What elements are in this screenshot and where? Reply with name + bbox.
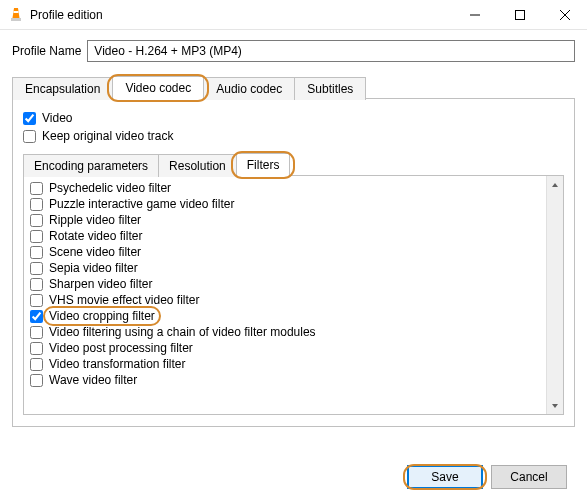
scrollbar[interactable] [546, 176, 563, 414]
close-button[interactable] [542, 0, 587, 30]
tab-video-codec[interactable]: Video codec [112, 76, 204, 99]
filter-label: Video transformation filter [49, 357, 186, 371]
filter-checkbox[interactable] [30, 182, 43, 195]
profile-name-input[interactable] [87, 40, 575, 62]
filter-item: Video filtering using a chain of video f… [30, 324, 540, 340]
keep-original-checkbox[interactable] [23, 130, 36, 143]
filter-item: Video transformation filter [30, 356, 540, 372]
save-button[interactable]: Save [407, 465, 483, 489]
filters-panel: Psychedelic video filterPuzzle interacti… [23, 175, 564, 415]
filter-label: Rotate video filter [49, 229, 142, 243]
maximize-button[interactable] [497, 0, 542, 30]
video-codec-panel: Video Keep original video track Encoding… [12, 98, 575, 427]
svg-rect-4 [515, 10, 524, 19]
app-icon [8, 7, 24, 23]
filter-label: Ripple video filter [49, 213, 141, 227]
main-tabs: Encapsulation Video codec Audio codec Su… [12, 76, 575, 99]
filter-checkbox[interactable] [30, 230, 43, 243]
filter-label: Video post processing filter [49, 341, 193, 355]
filter-item: Psychedelic video filter [30, 180, 540, 196]
video-checkbox[interactable] [23, 112, 36, 125]
filter-label: Scene video filter [49, 245, 141, 259]
filter-checkbox[interactable] [30, 358, 43, 371]
filter-item: Video post processing filter [30, 340, 540, 356]
video-checkbox-label: Video [42, 111, 72, 125]
sub-tabs: Encoding parameters Resolution Filters [23, 153, 564, 176]
filter-label: Psychedelic video filter [49, 181, 171, 195]
filter-checkbox[interactable] [30, 246, 43, 259]
filter-label: VHS movie effect video filter [49, 293, 200, 307]
filter-label: Puzzle interactive game video filter [49, 197, 234, 211]
filter-checkbox[interactable] [30, 278, 43, 291]
cancel-button[interactable]: Cancel [491, 465, 567, 489]
filter-label: Sepia video filter [49, 261, 138, 275]
filter-item: Sepia video filter [30, 260, 540, 276]
filter-item: Scene video filter [30, 244, 540, 260]
filter-checkbox[interactable] [30, 374, 43, 387]
filter-label: Video cropping filter [49, 309, 155, 323]
filter-checkbox[interactable] [30, 342, 43, 355]
filter-item: Ripple video filter [30, 212, 540, 228]
subtab-filters[interactable]: Filters [236, 153, 291, 176]
filter-checkbox[interactable] [30, 326, 43, 339]
filter-checkbox[interactable] [30, 198, 43, 211]
scroll-down-icon[interactable] [547, 397, 563, 414]
filter-item: Wave video filter [30, 372, 540, 388]
filter-label: Wave video filter [49, 373, 137, 387]
filter-checkbox[interactable] [30, 294, 43, 307]
minimize-button[interactable] [452, 0, 497, 30]
subtab-resolution[interactable]: Resolution [158, 154, 237, 177]
filter-checkbox[interactable] [30, 310, 43, 323]
filter-label: Video filtering using a chain of video f… [49, 325, 316, 339]
filter-list: Psychedelic video filterPuzzle interacti… [24, 176, 546, 414]
filter-label: Sharpen video filter [49, 277, 152, 291]
filter-item: VHS movie effect video filter [30, 292, 540, 308]
tab-subtitles[interactable]: Subtitles [294, 77, 366, 100]
svg-marker-8 [552, 404, 558, 408]
keep-original-label: Keep original video track [42, 129, 173, 143]
svg-rect-2 [14, 11, 19, 13]
tab-audio-codec[interactable]: Audio codec [203, 77, 295, 100]
scroll-track[interactable] [547, 193, 563, 397]
filter-item: Rotate video filter [30, 228, 540, 244]
window-title: Profile edition [30, 8, 452, 22]
svg-rect-1 [11, 18, 21, 21]
subtab-encoding[interactable]: Encoding parameters [23, 154, 159, 177]
profile-name-label: Profile Name [12, 44, 81, 58]
filter-checkbox[interactable] [30, 262, 43, 275]
filter-item: Video cropping filter [30, 308, 540, 324]
filter-item: Puzzle interactive game video filter [30, 196, 540, 212]
tab-encapsulation[interactable]: Encapsulation [12, 77, 113, 100]
scroll-up-icon[interactable] [547, 176, 563, 193]
titlebar: Profile edition [0, 0, 587, 30]
svg-marker-7 [552, 183, 558, 187]
filter-item: Sharpen video filter [30, 276, 540, 292]
filter-checkbox[interactable] [30, 214, 43, 227]
